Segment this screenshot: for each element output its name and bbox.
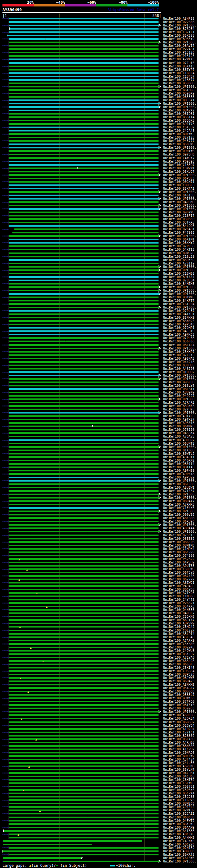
hit-accession-link[interactable]: UniRef100_A3F4S4: [163, 758, 195, 761]
hit-row[interactable]: UniRef100_B5YLN7: [0, 768, 197, 771]
hit-accession-link[interactable]: UniRef100_UPI000..: [163, 24, 197, 27]
hit-accession-link[interactable]: UniRef100_UPI000..: [163, 234, 197, 238]
alignment-bar[interactable]: [9, 205, 158, 206]
hit-accession-link[interactable]: UniRef100_C5P6X6: [163, 788, 195, 792]
alignment-bar[interactable]: [9, 198, 158, 199]
hit-row[interactable]: UniRef100_A7TZ37: [0, 489, 197, 493]
hit-row[interactable]: UniRef100_Q56FG6: [0, 340, 197, 343]
hit-accession-link[interactable]: UniRef100_B6SQF0: [163, 662, 195, 666]
alignment-bar[interactable]: [9, 446, 158, 448]
alignment-bar[interactable]: [9, 354, 158, 356]
hit-accession-link[interactable]: UniRef100_B2YHY0: [163, 408, 195, 411]
alignment-bar[interactable]: [9, 45, 158, 46]
hit-row[interactable]: UniRef100_UPI000..: [0, 377, 197, 380]
alignment-bar[interactable]: [9, 602, 158, 604]
hit-accession-link[interactable]: UniRef100_P49227: [163, 394, 195, 398]
hit-accession-link[interactable]: UniRef100_UPI000..: [163, 204, 197, 207]
hit-row[interactable]: UniRef100_B0EFW2: [0, 754, 197, 758]
alignment-bar[interactable]: [9, 470, 158, 471]
alignment-bar[interactable]: [9, 643, 158, 645]
hit-row[interactable]: UniRef100_B6H4Z3: [0, 680, 197, 683]
hit-accession-link[interactable]: UniRef100_Q0JGY1: [163, 98, 195, 102]
alignment-bar[interactable]: [9, 663, 158, 665]
hit-accession-link[interactable]: UniRef100_Q90YW5: [163, 211, 195, 214]
alignment-bar[interactable]: [9, 218, 158, 220]
alignment-bar[interactable]: [9, 28, 159, 30]
hit-row[interactable]: UniRef100_C9SGS4: [0, 670, 197, 673]
alignment-bar[interactable]: [9, 392, 158, 393]
alignment-bar[interactable]: [9, 79, 158, 81]
hit-accession-link[interactable]: UniRef100_A7RMX8: [163, 503, 195, 506]
hit-row[interactable]: UniRef100_A7QAV5: [0, 435, 197, 438]
hit-row[interactable]: UniRef100_UPI000..: [0, 197, 197, 200]
alignment-bar[interactable]: [9, 52, 158, 53]
hit-accession-link[interactable]: UniRef100_Q8LBI1: [163, 388, 195, 391]
alignment-bar[interactable]: [9, 191, 158, 193]
hit-accession-link[interactable]: UniRef100_B7SDE4: [163, 27, 195, 30]
alignment-bar[interactable]: [9, 510, 158, 512]
hit-accession-link[interactable]: UniRef100_C4QWU8: [163, 649, 195, 652]
hit-accession-link[interactable]: UniRef100_C4WRX7: [163, 156, 195, 160]
alignment-bar[interactable]: [9, 834, 158, 835]
hit-accession-link[interactable]: UniRef100_A0CLN5: [163, 833, 195, 836]
alignment-bar[interactable]: [9, 270, 158, 271]
hit-row[interactable]: UniRef100_C5P6X6: [0, 788, 197, 792]
hit-accession-link[interactable]: UniRef100_C6TL04: [163, 302, 195, 306]
hit-row[interactable]: UniRef100_B7SDE4: [0, 27, 197, 30]
hit-row[interactable]: UniRef100_UPI000..: [0, 306, 197, 309]
hit-accession-link[interactable]: UniRef100_Q627R7: [163, 578, 195, 581]
alignment-bar[interactable]: [9, 779, 158, 780]
alignment-bar[interactable]: [9, 262, 158, 264]
alignment-bar[interactable]: [9, 178, 158, 179]
alignment-bar[interactable]: [9, 616, 158, 617]
hit-row[interactable]: UniRef100_UPI000..: [0, 85, 197, 88]
alignment-bar[interactable]: [9, 711, 158, 713]
hit-row[interactable]: UniRef100_Q8AVI7: [0, 44, 197, 48]
hit-accession-link[interactable]: UniRef100_B2YI25: [163, 136, 195, 139]
alignment-bar[interactable]: [9, 59, 158, 60]
alignment-bar[interactable]: [9, 793, 158, 794]
alignment-bar[interactable]: [9, 657, 158, 658]
hit-row[interactable]: UniRef100_UPI000..: [0, 207, 197, 211]
hit-accession-link[interactable]: UniRef100_B5DGK8: [163, 119, 195, 122]
hit-row[interactable]: UniRef100_A1D2D4: [0, 727, 197, 731]
hit-accession-link[interactable]: UniRef100_Q56FG6: [163, 340, 195, 343]
hit-row[interactable]: UniRef100_Q3TKR5: [0, 221, 197, 224]
hit-accession-link[interactable]: UniRef100_Q8TFY0: [163, 703, 195, 707]
alignment-bar[interactable]: [9, 704, 158, 706]
hit-row[interactable]: UniRef100_Q26481: [0, 227, 197, 231]
hit-accession-link[interactable]: UniRef100_C3KHP7: [163, 350, 195, 353]
alignment-bar[interactable]: [9, 368, 158, 370]
hit-row[interactable]: UniRef100_A9ZT78: [0, 122, 197, 126]
hit-row[interactable]: UniRef100_UPI000..: [0, 24, 197, 27]
hit-row[interactable]: UniRef100_UPI000..: [0, 289, 197, 292]
hit-row[interactable]: UniRef100_C0S7B1: [0, 785, 197, 788]
alignment-bar[interactable]: [9, 854, 158, 856]
hit-row[interactable]: UniRef100_B7UEB4: [0, 279, 197, 282]
hit-row[interactable]: UniRef100_P22451: [0, 48, 197, 51]
hit-accession-link[interactable]: UniRef100_Q00V92: [163, 513, 195, 516]
hit-row[interactable]: UniRef100_A0CZY6: [0, 843, 197, 846]
hit-row[interactable]: UniRef100_UPI000..: [0, 204, 197, 207]
hit-accession-link[interactable]: UniRef100_UPI000..: [163, 377, 197, 380]
hit-row[interactable]: UniRef100_Q4R5M0: [0, 200, 197, 204]
hit-row[interactable]: UniRef100_A2QRE4: [0, 717, 197, 720]
hit-accession-link[interactable]: UniRef100_A1CPH2: [163, 748, 195, 751]
alignment-bar[interactable]: [9, 215, 158, 216]
hit-accession-link[interactable]: UniRef100_A9S013: [163, 421, 195, 425]
hit-accession-link[interactable]: UniRef100_Q54XX3: [163, 605, 195, 608]
alignment-bar[interactable]: [9, 680, 158, 682]
alignment-bar[interactable]: [9, 650, 158, 652]
hit-row[interactable]: UniRef100_B0FWK5: [0, 132, 197, 136]
hit-accession-link[interactable]: UniRef100_B3RNF8: [163, 404, 195, 408]
alignment-bar[interactable]: [3, 861, 159, 862]
hit-row[interactable]: UniRef100_C1MPK4: [0, 547, 197, 551]
hit-accession-link[interactable]: UniRef100_A9TXS7: [163, 418, 195, 421]
alignment-bar[interactable]: [9, 402, 158, 403]
alignment-bar[interactable]: [9, 140, 158, 142]
hit-row[interactable]: UniRef100_Q90YW5: [0, 211, 197, 214]
alignment-bar[interactable]: [9, 72, 158, 74]
hit-accession-link[interactable]: UniRef100_C3ZTF1: [163, 30, 195, 34]
hit-row[interactable]: UniRef100_A4S796: [0, 367, 197, 370]
hit-accession-link[interactable]: UniRef100_UPI000..: [163, 289, 197, 292]
